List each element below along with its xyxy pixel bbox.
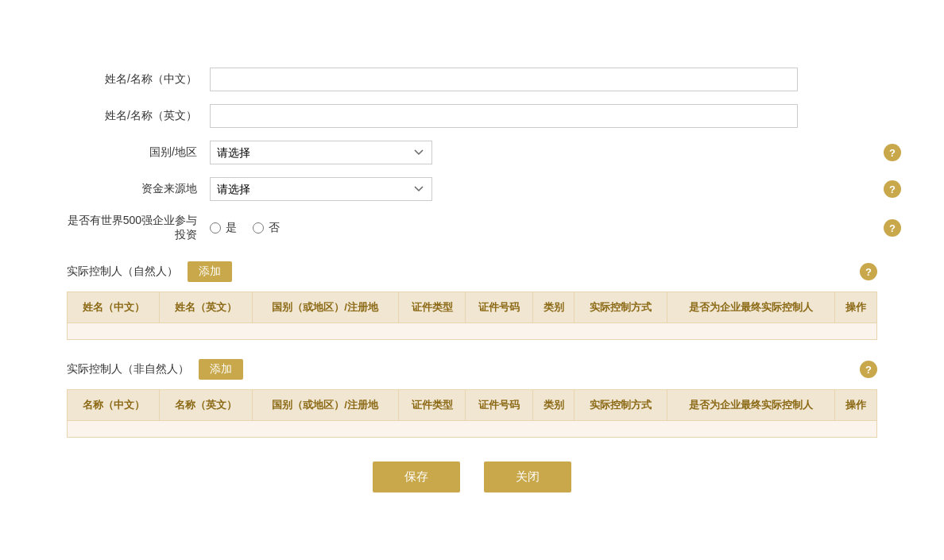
fund-source-label: 资金来源地 — [67, 182, 210, 196]
fortune500-yes-radio[interactable] — [210, 222, 221, 234]
name-english-input[interactable] — [210, 104, 798, 128]
np-col-name-chinese: 姓名（中文） — [68, 292, 160, 323]
natural-person-help-icon[interactable]: ? — [860, 263, 877, 280]
non-natural-person-section: 实际控制人（非自然人） 添加 ? 名称（中文） 名称（英文） 国别（或地区）/注… — [67, 359, 877, 438]
fortune500-no-label: 否 — [269, 221, 280, 235]
nnp-col-country: 国别（或地区）/注册地 — [252, 390, 398, 421]
fortune500-help-icon[interactable]: ? — [884, 219, 901, 237]
natural-person-table-header-row: 姓名（中文） 姓名（英文） 国别（或地区）/注册地 证件类型 证件号码 类别 实… — [68, 292, 877, 323]
non-natural-person-title: 实际控制人（非自然人） — [67, 362, 189, 377]
country-select[interactable]: 请选择 — [210, 141, 432, 164]
nnp-col-name-english: 名称（英文） — [160, 390, 252, 421]
fortune500-yes-option[interactable]: 是 — [210, 221, 237, 235]
natural-person-title: 实际控制人（自然人） — [67, 265, 178, 279]
country-row: 国别/地区 请选择 ? — [67, 141, 877, 164]
np-col-name-english: 姓名（英文） — [160, 292, 252, 323]
non-natural-person-help-icon[interactable]: ? — [860, 361, 877, 378]
non-natural-person-add-button[interactable]: 添加 — [199, 359, 243, 380]
nnp-col-control-method: 实际控制方式 — [575, 390, 667, 421]
np-col-country: 国别（或地区）/注册地 — [252, 292, 398, 323]
fund-source-help-icon[interactable]: ? — [884, 180, 901, 198]
nnp-col-is-final-controller: 是否为企业最终实际控制人 — [667, 390, 835, 421]
fortune500-yes-label: 是 — [226, 221, 237, 235]
nnp-col-name-chinese: 名称（中文） — [68, 390, 160, 421]
form-section: 姓名/名称（中文） 姓名/名称（英文） 国别/地区 请选择 ? 资金来源地 请选… — [67, 68, 877, 242]
fund-source-select[interactable]: 请选择 — [210, 177, 432, 201]
save-button[interactable]: 保存 — [373, 462, 460, 492]
close-button[interactable]: 关闭 — [484, 462, 571, 492]
country-label: 国别/地区 — [67, 145, 210, 160]
fortune500-no-option[interactable]: 否 — [253, 221, 280, 235]
name-chinese-input[interactable] — [210, 68, 798, 91]
np-col-control-method: 实际控制方式 — [575, 292, 667, 323]
name-english-label: 姓名/名称（英文） — [67, 109, 210, 123]
nnp-col-category: 类别 — [532, 390, 575, 421]
nnp-col-cert-num: 证件号码 — [466, 390, 532, 421]
natural-person-table: 姓名（中文） 姓名（英文） 国别（或地区）/注册地 证件类型 证件号码 类别 实… — [67, 292, 877, 340]
np-col-cert-type: 证件类型 — [398, 292, 465, 323]
page-container: 姓名/名称（中文） 姓名/名称（英文） 国别/地区 请选择 ? 资金来源地 请选… — [35, 44, 909, 516]
np-col-cert-num: 证件号码 — [466, 292, 532, 323]
np-col-category: 类别 — [532, 292, 575, 323]
natural-person-add-button[interactable]: 添加 — [188, 261, 232, 282]
fortune500-radio-group: 是 否 — [210, 221, 280, 235]
np-col-operation: 操作 — [835, 292, 877, 323]
natural-person-empty-row — [68, 323, 877, 340]
bottom-buttons: 保存 关闭 — [67, 462, 877, 492]
name-chinese-label: 姓名/名称（中文） — [67, 72, 210, 87]
nnp-col-operation: 操作 — [835, 390, 877, 421]
fortune500-label: 是否有世界500强企业参与投资 — [67, 214, 210, 242]
natural-person-header: 实际控制人（自然人） 添加 ? — [67, 261, 877, 282]
name-chinese-row: 姓名/名称（中文） — [67, 68, 877, 91]
fund-source-row: 资金来源地 请选择 ? — [67, 177, 877, 201]
natural-person-section: 实际控制人（自然人） 添加 ? 姓名（中文） 姓名（英文） 国别（或地区）/注册… — [67, 261, 877, 340]
non-natural-person-table: 名称（中文） 名称（英文） 国别（或地区）/注册地 证件类型 证件号码 类别 实… — [67, 389, 877, 438]
nnp-col-cert-type: 证件类型 — [398, 390, 465, 421]
non-natural-person-header: 实际控制人（非自然人） 添加 ? — [67, 359, 877, 380]
np-col-is-final-controller: 是否为企业最终实际控制人 — [667, 292, 835, 323]
non-natural-person-empty-row — [68, 421, 877, 438]
country-help-icon[interactable]: ? — [884, 144, 901, 161]
fortune500-no-radio[interactable] — [253, 222, 264, 234]
fortune500-row: 是否有世界500强企业参与投资 是 否 ? — [67, 214, 877, 242]
non-natural-person-table-header-row: 名称（中文） 名称（英文） 国别（或地区）/注册地 证件类型 证件号码 类别 实… — [68, 390, 877, 421]
name-english-row: 姓名/名称（英文） — [67, 104, 877, 128]
